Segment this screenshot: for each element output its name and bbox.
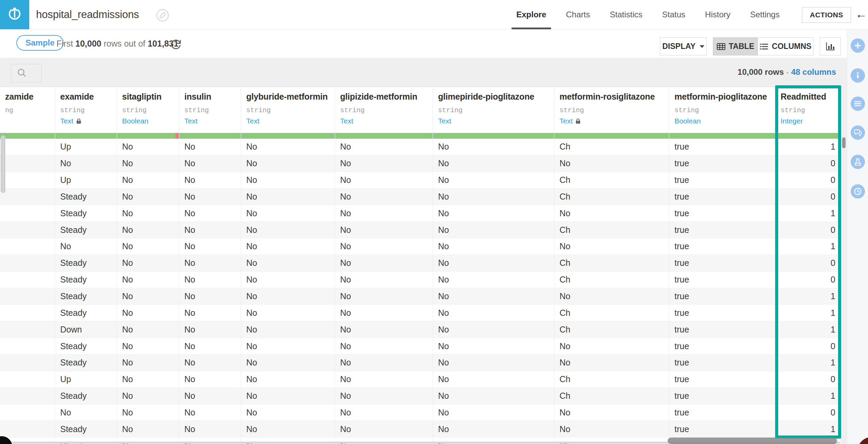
table-cell bbox=[0, 405, 55, 421]
table-cell: No bbox=[117, 338, 179, 354]
table-row: SteadyNoNoNoNoNoChtrue0 bbox=[0, 272, 841, 288]
table-cell bbox=[0, 205, 55, 221]
column-name: metformin-pioglitazone bbox=[674, 92, 775, 102]
column-header-glyburide-metformin[interactable]: glyburide-metforminstringText bbox=[241, 87, 335, 132]
data-grid: zamidengexamidestringTextsitagliptinstri… bbox=[0, 87, 841, 444]
tab-charts[interactable]: Charts bbox=[561, 0, 595, 29]
columns-view-button[interactable]: COLUMNS bbox=[758, 37, 814, 55]
column-meaning[interactable]: Boolean bbox=[122, 117, 179, 125]
table-cell: 0 bbox=[775, 189, 841, 205]
table-cell: No bbox=[554, 288, 669, 305]
column-meaning[interactable]: Text bbox=[184, 117, 241, 125]
table-cell: 1 bbox=[775, 288, 841, 305]
column-header-insulin[interactable]: insulinstringText bbox=[179, 87, 241, 132]
table-cell: No bbox=[335, 388, 433, 404]
column-header-metformin-rosiglitazone[interactable]: metformin-rosiglitazonestringText bbox=[554, 87, 669, 132]
quick-chart-button[interactable] bbox=[820, 37, 841, 55]
table-cell: true bbox=[669, 421, 775, 437]
column-meaning[interactable]: Text bbox=[560, 117, 669, 125]
table-row: UpNoNoNoNoNoChtrue0 bbox=[0, 172, 841, 189]
tab-history[interactable]: History bbox=[700, 0, 735, 29]
table-cell: No bbox=[241, 371, 335, 388]
column-header-zamide[interactable]: zamideng bbox=[0, 87, 55, 132]
column-meaning[interactable]: Integer bbox=[781, 117, 841, 125]
table-cell bbox=[0, 288, 55, 305]
column-meaning[interactable]: Text bbox=[60, 117, 117, 125]
left-scroll-handle[interactable] bbox=[1, 135, 5, 193]
column-name: metformin-rosiglitazone bbox=[560, 92, 669, 102]
horizontal-scrollbar-thumb[interactable] bbox=[668, 438, 837, 444]
column-meaning[interactable]: Boolean bbox=[674, 117, 775, 125]
lab-icon[interactable] bbox=[851, 155, 865, 169]
table-row: SteadyNoNoNoNoNoChtrue1 bbox=[0, 388, 841, 405]
column-meaning[interactable]: Text bbox=[438, 117, 554, 125]
table-cell: 0 bbox=[775, 371, 841, 388]
vertical-scrollbar-thumb[interactable] bbox=[842, 137, 846, 148]
tab-settings[interactable]: Settings bbox=[745, 0, 784, 29]
column-header-examide[interactable]: examidestringText bbox=[55, 87, 117, 132]
rows-columns-summary: 10,000 rows - 48 columns bbox=[738, 67, 836, 77]
table-cell: true bbox=[669, 189, 775, 205]
table-cell: No bbox=[335, 255, 433, 271]
table-cell: Ch bbox=[554, 272, 669, 288]
table-cell: No bbox=[241, 238, 335, 255]
discussions-icon[interactable] bbox=[851, 125, 865, 140]
table-view-button[interactable]: TABLE bbox=[713, 37, 758, 55]
table-cell: No bbox=[335, 355, 433, 371]
column-header-glipizide-metformin[interactable]: glipizide-metforminstringText bbox=[335, 87, 433, 132]
column-meaning[interactable]: Text bbox=[246, 117, 335, 125]
table-cell: 1 bbox=[775, 355, 841, 371]
quality-bar-segment bbox=[55, 133, 117, 139]
table-cell: No bbox=[433, 288, 554, 305]
column-count-link[interactable]: 48 columns bbox=[791, 67, 836, 76]
column-storage-type: ng bbox=[5, 106, 55, 114]
table-row: NoNoNoNoNoNoNotrue0 bbox=[0, 405, 841, 421]
table-cell bbox=[0, 421, 55, 437]
table-cell: 0 bbox=[775, 255, 841, 271]
chevron-down-icon bbox=[700, 45, 704, 48]
table-cell: Ch bbox=[554, 388, 669, 404]
table-cell: No bbox=[335, 371, 433, 388]
table-cell bbox=[0, 189, 55, 205]
actions-button[interactable]: ACTIONS bbox=[802, 7, 851, 23]
sample-row-count: 10,000 bbox=[76, 39, 101, 48]
search-input[interactable] bbox=[11, 64, 41, 82]
sample-middle: rows out of bbox=[101, 39, 148, 48]
refresh-sample-icon[interactable] bbox=[169, 37, 182, 50]
table-cell: No bbox=[179, 155, 241, 172]
tab-statistics[interactable]: Statistics bbox=[605, 0, 647, 29]
table-cell: Steady bbox=[55, 338, 117, 354]
table-cell: No bbox=[241, 321, 335, 338]
schema-list-icon[interactable] bbox=[851, 97, 865, 111]
table-cell: No bbox=[179, 205, 241, 221]
table-cell: No bbox=[241, 388, 335, 404]
tab-explore[interactable]: Explore bbox=[512, 0, 551, 29]
table-cell: Steady bbox=[55, 222, 117, 238]
column-meaning[interactable]: Text bbox=[340, 117, 433, 125]
grid-body: UpNoNoNoNoNoChtrue1NoNoNoNoNoNoNotrue0Up… bbox=[0, 139, 841, 444]
display-dropdown[interactable]: DISPLAY bbox=[660, 37, 707, 55]
tab-status[interactable]: Status bbox=[657, 0, 690, 29]
table-cell: Ch bbox=[554, 255, 669, 271]
column-name: zamide bbox=[5, 92, 55, 102]
info-icon[interactable] bbox=[851, 68, 865, 83]
panel-collapse-icon[interactable]: ← bbox=[854, 0, 868, 29]
column-header-sitagliptin[interactable]: sitagliptinstringBoolean bbox=[117, 87, 179, 132]
column-header-metformin-pioglitazone[interactable]: metformin-pioglitazonestringBoolean bbox=[669, 87, 775, 132]
table-cell: 1 bbox=[775, 238, 841, 255]
table-cell: No bbox=[335, 288, 433, 305]
table-cell: No bbox=[179, 388, 241, 404]
table-cell: true bbox=[669, 405, 775, 421]
history-clock-icon[interactable] bbox=[851, 184, 865, 199]
display-label: DISPLAY bbox=[662, 42, 696, 51]
column-header-Readmitted[interactable]: ReadmittedstringInteger bbox=[775, 87, 841, 132]
navigate-compass-icon[interactable] bbox=[155, 8, 170, 23]
table-cell: No bbox=[179, 338, 241, 354]
plus-icon[interactable] bbox=[851, 38, 865, 53]
tab-bar: ExploreChartsStatisticsStatusHistorySett… bbox=[512, 0, 784, 29]
table-cell: 0 bbox=[775, 338, 841, 354]
table-cell: No bbox=[335, 421, 433, 437]
dataset-upload-icon[interactable] bbox=[0, 0, 29, 29]
column-header-glimepiride-pioglitazone[interactable]: glimepiride-pioglitazonestringText bbox=[433, 87, 554, 132]
column-storage-type: string bbox=[674, 106, 775, 114]
